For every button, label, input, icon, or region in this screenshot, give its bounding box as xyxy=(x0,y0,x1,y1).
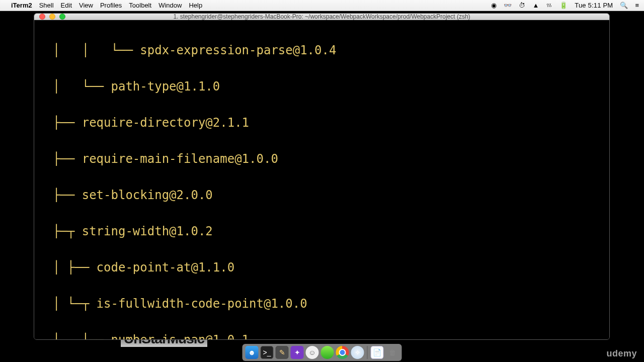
menubar-app-name[interactable]: iTerm2 xyxy=(11,2,32,9)
iterm-window: 1. stephengrider@stephengriders-MacBook-… xyxy=(34,13,610,340)
tree-line: ├── require-directory@2.1.1 xyxy=(38,114,605,132)
dock-trash-icon[interactable]: 🗑 xyxy=(386,346,399,359)
record-icon[interactable]: ◉ xyxy=(491,2,497,9)
menu-window[interactable]: Window xyxy=(158,2,182,9)
window-title: 1. stephengrider@stephengriders-MacBook-… xyxy=(34,13,609,20)
tree-line: ├─┬ string-width@1.0.2 xyxy=(38,222,605,240)
menu-edit[interactable]: Edit xyxy=(61,2,72,9)
udemy-watermark: udemy xyxy=(606,348,637,359)
menu-toolbelt[interactable]: Toolbelt xyxy=(129,2,151,9)
dock-notes-icon[interactable]: ✎ xyxy=(276,346,289,359)
tree-line: │ └── number-is-nan@1.0.1 xyxy=(38,331,605,340)
dock-safari-icon[interactable]: ✧ xyxy=(351,346,364,359)
tree-line: ├── set-blocking@2.0.0 xyxy=(38,186,605,204)
menu-view[interactable]: View xyxy=(79,2,93,9)
macos-dock: ☻ >_ ✎ ✦ ☺ ✧ 📄 🗑 xyxy=(243,344,402,361)
tree-line: │ │ └── spdx-expression-parse@1.0.4 xyxy=(38,41,605,59)
dock-separator xyxy=(367,346,368,359)
menu-shell[interactable]: Shell xyxy=(39,2,54,9)
menu-list-icon[interactable]: ≡ xyxy=(635,2,639,9)
tree-line: │ └── path-type@1.1.0 xyxy=(38,77,605,96)
wifi-icon[interactable]: ᯾ xyxy=(546,2,552,9)
cloud-icon[interactable]: ▲ xyxy=(532,2,539,9)
dock-finder-icon[interactable]: ☻ xyxy=(246,346,259,359)
window-titlebar[interactable]: 1. stephengrider@stephengriders-MacBook-… xyxy=(34,14,609,20)
dock-document-icon[interactable]: 📄 xyxy=(371,346,384,359)
menu-help[interactable]: Help xyxy=(189,2,202,9)
menubar-right: ◉ 👓 ⏱ ▲ ᯾ 🔋 Tue 5:11 PM 🔍 ≡ xyxy=(491,2,639,9)
menu-profiles[interactable]: Profiles xyxy=(100,2,122,9)
menubar-clock[interactable]: Tue 5:11 PM xyxy=(575,2,613,9)
dock-iterm-icon[interactable]: >_ xyxy=(261,346,274,359)
tree-line: │ ├── code-point-at@1.1.0 xyxy=(38,258,605,277)
dock-smiley-icon[interactable]: ☺ xyxy=(306,346,319,359)
tree-line: │ └─┬ is-fullwidth-code-point@1.0.0 xyxy=(38,295,605,313)
zoom-icon[interactable] xyxy=(59,14,65,20)
dock-chrome-icon[interactable] xyxy=(336,346,349,359)
battery-icon[interactable]: 🔋 xyxy=(559,2,568,9)
minimize-icon[interactable] xyxy=(49,14,55,20)
timer-icon[interactable]: ⏱ xyxy=(519,2,525,9)
dock-purple-app-icon[interactable]: ✦ xyxy=(291,346,304,359)
macos-menubar: iTerm2 Shell Edit View Profiles Toolbelt… xyxy=(0,0,644,11)
tree-line: ├── require-main-filename@1.0.0 xyxy=(38,150,605,168)
dock-green-app-icon[interactable] xyxy=(321,346,334,359)
terminal-body[interactable]: │ │ └── spdx-expression-parse@1.0.4 │ └─… xyxy=(34,20,609,340)
spotlight-icon[interactable]: 🔍 xyxy=(620,2,628,9)
close-icon[interactable] xyxy=(39,14,45,20)
glasses-icon[interactable]: 👓 xyxy=(504,2,512,9)
traffic-lights xyxy=(39,14,65,20)
